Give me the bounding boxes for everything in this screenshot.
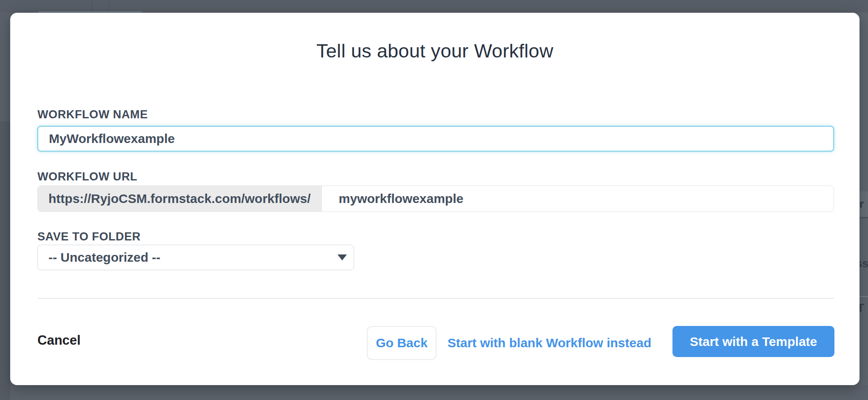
save-to-folder-select[interactable]: -- Uncategorized -- — [37, 245, 354, 270]
backdrop-fragment: or — [859, 191, 868, 218]
cancel-button[interactable]: Cancel — [37, 333, 81, 348]
backdrop-edge-hint — [38, 11, 142, 12]
workflow-url-field: https://RyjoCSM.formstack.com/workflows/ — [37, 186, 834, 212]
save-to-folder-selected-value: -- Uncategorized -- — [48, 250, 160, 265]
save-to-folder-label: SAVE TO FOLDER — [37, 230, 141, 243]
go-back-button[interactable]: Go Back — [367, 326, 437, 360]
backdrop-fragment-line — [859, 296, 868, 297]
backdrop-divider — [108, 0, 109, 12]
workflow-url-input[interactable] — [322, 186, 834, 211]
backdrop-top-strip — [0, 0, 868, 12]
backdrop-fragment: T — [859, 301, 868, 316]
workflow-name-label: WORKFLOW NAME — [37, 108, 148, 121]
footer-divider — [37, 298, 834, 299]
dialog-title: Tell us about your Workflow — [10, 40, 859, 62]
workflow-setup-dialog: Tell us about your Workflow WORKFLOW NAM… — [10, 13, 859, 385]
workflow-url-prefix: https://RyjoCSM.formstack.com/workflows/ — [38, 186, 322, 211]
backdrop-divider — [91, 0, 92, 12]
workflow-url-label: WORKFLOW URL — [37, 170, 137, 183]
workflow-name-input[interactable] — [37, 126, 834, 151]
backdrop-right-sliver: or ss T — [859, 12, 868, 385]
backdrop-left-sliver — [0, 121, 10, 400]
start-with-template-button[interactable]: Start with a Template — [672, 326, 834, 357]
start-blank-workflow-button[interactable]: Start with blank Workflow instead — [437, 326, 662, 360]
backdrop-fragment: ss — [859, 257, 868, 272]
caret-down-icon — [338, 254, 347, 260]
